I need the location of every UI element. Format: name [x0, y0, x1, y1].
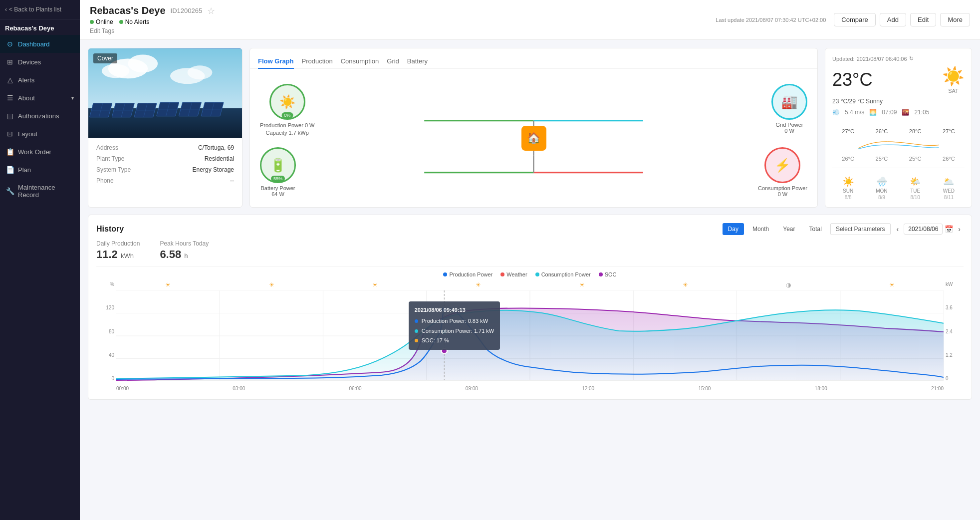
- plant-card: Cover Address C/Tortuga, 69 Plant Type R…: [88, 48, 243, 208]
- tab-battery[interactable]: Battery: [407, 54, 428, 69]
- weather-day-icon: ☀️ SAT: [942, 66, 965, 94]
- sidebar-item-plan[interactable]: 📄 Plan: [0, 161, 80, 179]
- y-val-80: 80: [109, 329, 114, 334]
- svg-point-46: [441, 329, 447, 334]
- weather-divider-2: [832, 168, 965, 168]
- back-to-plants[interactable]: ‹ < Back to Plants list: [0, 0, 80, 19]
- chart-legend: Production Power Weather Consumption Pow…: [96, 271, 964, 277]
- w-icon-5: ☀: [579, 281, 585, 288]
- y-axis-right: kW 3.6 2.4 1.2 0: [944, 281, 964, 381]
- sidebar-item-alerts[interactable]: △ Alerts: [0, 71, 80, 89]
- time-tab-total[interactable]: Total: [804, 223, 827, 235]
- sidebar-item-about[interactable]: ☰ About ▾: [0, 89, 80, 107]
- history-controls: Day Month Year Total Select Parameters ‹…: [723, 223, 964, 235]
- flow-card: Flow Graph Production Consumption Grid B…: [249, 48, 818, 208]
- tab-flow-graph[interactable]: Flow Graph: [258, 54, 294, 69]
- sidebar-item-maintenance[interactable]: 🔧 Maintenance Record: [0, 179, 80, 204]
- about-expand-icon: ▾: [71, 95, 74, 101]
- authorizations-icon: ▤: [6, 112, 14, 120]
- chart-area: % 120 80 40 0 kW 3.6 2.4 1.2 0 ☀ ☀: [96, 281, 964, 391]
- temp-top-1: 26°C: [866, 128, 897, 134]
- add-button[interactable]: Add: [880, 13, 906, 26]
- forecast-day-2: 🌤️ TUE 8/10: [900, 176, 931, 200]
- online-dot: [90, 20, 94, 24]
- sunrise-icon: 🌅: [869, 109, 877, 116]
- w-icon-4: ☀: [476, 281, 481, 288]
- x-label-6: 18:00: [815, 386, 827, 391]
- forecast-icon-0: ☀️: [843, 176, 854, 187]
- address-value: C/Tortuga, 69: [198, 144, 234, 151]
- time-tab-month[interactable]: Month: [747, 223, 774, 235]
- select-params-button[interactable]: Select Parameters: [830, 223, 891, 235]
- y-val-2.4: 2.4: [946, 329, 953, 334]
- forecast-top-temps: 27°C 26°C 28°C 27°C: [832, 128, 965, 134]
- time-tab-year[interactable]: Year: [777, 223, 800, 235]
- compare-button[interactable]: Compare: [834, 13, 875, 26]
- weather-temp-row: 23°C ☀️ SAT: [832, 66, 965, 94]
- favorite-icon[interactable]: ☆: [207, 5, 215, 16]
- forecast-row: ☀️ SUN 8/8 🌧️ MON 8/9 🌤️ TUE 8/10: [832, 176, 965, 200]
- edit-button[interactable]: Edit: [910, 13, 936, 26]
- weather-divider: [832, 122, 965, 122]
- sidebar-item-dashboard[interactable]: ⊙ Dashboard: [0, 35, 80, 53]
- temp-bot-3: 26°C: [933, 156, 965, 162]
- legend-consumption: Consumption Power: [535, 271, 591, 277]
- header-right: Last update 2021/08/07 07:30:42 UTC+02:0…: [716, 13, 970, 26]
- x-label-0: 00:00: [116, 386, 129, 391]
- svg-point-5: [188, 65, 213, 79]
- sidebar-item-devices[interactable]: ⊞ Devices: [0, 53, 80, 71]
- date-next-button[interactable]: ›: [955, 224, 964, 234]
- system-type-label: System Type: [96, 166, 131, 173]
- tab-grid[interactable]: Grid: [387, 54, 399, 69]
- x-label-2: 06:00: [349, 386, 362, 391]
- cover-label: Cover: [93, 53, 117, 63]
- date-display: 2021/08/06: [904, 224, 943, 235]
- weather-condition: 23 °C/29 °C Sunny: [832, 98, 965, 105]
- system-type-row: System Type Energy Storage: [96, 166, 234, 173]
- x-label-7: 21:00: [931, 386, 944, 391]
- address-row: Address C/Tortuga, 69: [96, 144, 234, 151]
- legend-dot-production: [443, 272, 447, 276]
- consumption-node: ⚡ Consumption Power 0 W: [758, 147, 807, 197]
- svg-point-3: [102, 64, 130, 78]
- x-label-1: 03:00: [233, 386, 245, 391]
- y-val-120: 120: [106, 305, 114, 310]
- work-order-icon: 📋: [6, 148, 14, 156]
- battery-percent: 55%: [271, 176, 285, 182]
- w-icon-2: ☀: [269, 281, 274, 288]
- calendar-icon[interactable]: 📅: [945, 225, 953, 233]
- phone-value: --: [230, 177, 234, 184]
- legend-dot-soc: [599, 272, 603, 276]
- x-axis: 00:00 03:00 06:00 09:00 12:00 15:00 18:0…: [116, 386, 944, 391]
- flow-tabs: Flow Graph Production Consumption Grid B…: [250, 48, 817, 69]
- w-icon-6: ☀: [683, 281, 688, 288]
- center-icon: 🏠: [521, 126, 546, 151]
- edit-tags-link[interactable]: Edit Tags: [90, 27, 215, 34]
- date-prev-button[interactable]: ‹: [894, 224, 902, 234]
- forecast-bot-temps: 26°C 25°C 25°C 26°C: [832, 156, 965, 162]
- date-nav: ‹ 2021/08/06 📅 ›: [894, 224, 964, 235]
- w-icon-1: ☀: [165, 281, 171, 288]
- legend-production: Production Power: [443, 271, 492, 277]
- history-card: History Day Month Year Total Select Para…: [88, 215, 972, 400]
- tab-consumption[interactable]: Consumption: [341, 54, 379, 69]
- weather-wind-row: 💨 5.4 m/s 🌅 07:09 🌇 21:05: [832, 109, 965, 116]
- sidebar-item-work-order[interactable]: 📋 Work Order: [0, 143, 80, 161]
- refresh-icon[interactable]: ↻: [909, 55, 914, 62]
- forecast-icon-3: 🌥️: [943, 176, 954, 187]
- x-label-4: 12:00: [582, 386, 594, 391]
- plant-type-value: Residential: [205, 155, 234, 162]
- sidebar-item-layout[interactable]: ⊡ Layout: [0, 125, 80, 143]
- more-button[interactable]: More: [940, 13, 970, 26]
- sidebar-item-authorizations[interactable]: ▤ Authorizations: [0, 107, 80, 125]
- temp-bot-2: 25°C: [900, 156, 931, 162]
- w-icon-3: ☀: [372, 281, 378, 288]
- production-circle: ☀️ 0%: [269, 84, 305, 120]
- tab-production[interactable]: Production: [302, 54, 333, 69]
- battery-circle: 🔋 55%: [260, 147, 296, 183]
- legend-weather: Weather: [500, 271, 527, 277]
- forecast-day-0: ☀️ SUN 8/8: [832, 176, 864, 200]
- time-tab-day[interactable]: Day: [723, 223, 744, 235]
- weather-card: Updated: 2021/08/07 06:40:06 ↻ 23°C ☀️ S…: [825, 48, 972, 208]
- x-label-5: 15:00: [698, 386, 711, 391]
